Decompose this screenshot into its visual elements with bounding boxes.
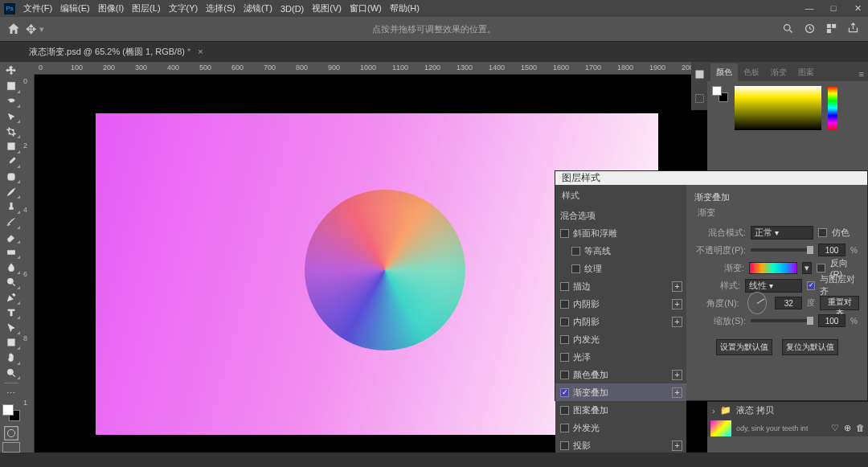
opacity-input[interactable] — [818, 244, 845, 256]
ls-drop-shadow[interactable]: 投影+ — [555, 436, 686, 454]
opacity-slider[interactable] — [751, 248, 813, 252]
marquee-tool[interactable] — [1, 79, 21, 94]
dialog-title[interactable]: 图层样式 — [555, 171, 867, 185]
heal-tool[interactable] — [1, 169, 21, 184]
layer-folder-name[interactable]: 液态 拷贝 — [736, 404, 774, 416]
panel-tab-swatches[interactable]: 色板 — [738, 63, 765, 81]
menu-help[interactable]: 帮助(H) — [390, 2, 420, 14]
ls-blending-options[interactable]: 混合选项 — [555, 207, 686, 224]
heart-icon[interactable]: ♡ — [831, 423, 839, 433]
search-icon[interactable] — [782, 23, 794, 36]
reverse-checkbox[interactable] — [817, 264, 825, 272]
ls-pattern-overlay[interactable]: 图案叠加 — [555, 401, 686, 419]
ls-inner-glow[interactable]: 内发光 — [555, 330, 686, 348]
ruler-vertical[interactable]: 0 2 4 6 8 1 — [22, 75, 35, 453]
panel-menu-icon[interactable]: ≡ — [855, 67, 868, 81]
gradient-dropdown[interactable]: ▾ — [802, 262, 812, 274]
stamp-tool[interactable] — [1, 199, 21, 215]
dock-icon-1[interactable] — [694, 68, 706, 80]
hand-tool[interactable] — [1, 350, 21, 366]
frame-tool[interactable] — [1, 139, 21, 154]
maximize-button[interactable]: □ — [827, 3, 840, 14]
panel-tab-patterns[interactable]: 图案 — [792, 63, 820, 81]
add-icon[interactable]: + — [672, 281, 682, 292]
type-tool[interactable] — [1, 305, 21, 321]
add-icon[interactable]: + — [672, 387, 682, 398]
path-select-tool[interactable] — [1, 320, 21, 335]
move-tool[interactable] — [1, 63, 21, 79]
menu-type[interactable]: 文字(Y) — [169, 2, 199, 14]
move-tool-icon[interactable]: ✥ — [26, 22, 36, 37]
panel-color-swatch[interactable] — [712, 86, 728, 102]
chevron-right-icon[interactable]: › — [712, 406, 715, 416]
add-icon[interactable]: + — [672, 370, 682, 380]
share-icon[interactable] — [847, 22, 862, 36]
menu-3d[interactable]: 3D(D) — [280, 4, 304, 14]
edit-toolbar-button[interactable]: ⋯ — [1, 386, 21, 401]
make-default-button[interactable]: 设置为默认值 — [716, 339, 772, 355]
menu-filter[interactable]: 滤镜(T) — [244, 2, 272, 14]
quick-mask-button[interactable] — [2, 424, 20, 439]
add-icon[interactable]: + — [672, 440, 682, 451]
pen-tool[interactable] — [1, 290, 21, 305]
history-brush-tool[interactable] — [1, 215, 21, 230]
menu-edit[interactable]: 编辑(E) — [60, 2, 90, 14]
document-tab[interactable]: 液态渐变.psd @ 65.2% (椭圆 1, RGB/8) * × — [23, 42, 210, 62]
zoom-tool[interactable] — [1, 366, 21, 381]
ls-texture[interactable]: 纹理 — [555, 260, 686, 277]
ls-inner-shadow-2[interactable]: 内阴影+ — [555, 313, 686, 330]
shape-tool[interactable] — [1, 335, 21, 350]
delete-icon[interactable]: 🗑 — [856, 423, 865, 433]
color-picker-field[interactable] — [735, 86, 821, 130]
scale-input[interactable] — [818, 314, 845, 327]
add-layer-icon[interactable]: ⊕ — [844, 423, 851, 433]
ls-gradient-overlay[interactable]: 渐变叠加+ — [555, 383, 686, 401]
quick-select-tool[interactable] — [1, 109, 21, 124]
folder-icon[interactable]: 📁 — [720, 405, 731, 416]
menu-window[interactable]: 窗口(W) — [350, 2, 382, 14]
layer-thumb[interactable] — [710, 420, 731, 436]
ls-color-overlay[interactable]: 颜色叠加+ — [555, 366, 686, 383]
ls-outer-glow[interactable]: 外发光 — [555, 419, 686, 436]
angle-dial[interactable] — [747, 292, 768, 314]
scale-slider[interactable] — [751, 319, 813, 322]
menu-image[interactable]: 图像(I) — [98, 2, 124, 14]
gradient-preview[interactable] — [749, 262, 797, 274]
menu-layer[interactable]: 图层(L) — [132, 2, 160, 14]
ls-contour[interactable]: 等高线 — [555, 242, 686, 260]
dodge-tool[interactable] — [1, 275, 21, 290]
style-select[interactable]: 线性 ▾ — [745, 279, 802, 293]
eraser-tool[interactable] — [1, 230, 21, 245]
reset-align-button[interactable]: 重置对齐 — [820, 296, 859, 310]
home-icon[interactable] — [6, 22, 21, 36]
ls-inner-shadow-1[interactable]: 内阴影+ — [555, 295, 686, 313]
align-checkbox[interactable] — [807, 281, 815, 290]
ellipse-shape[interactable] — [305, 190, 465, 350]
add-icon[interactable]: + — [672, 299, 682, 309]
tab-close-icon[interactable]: × — [198, 47, 203, 56]
dither-checkbox[interactable] — [818, 228, 827, 237]
panel-tab-gradients[interactable]: 渐变 — [765, 63, 792, 81]
panel-tab-color[interactable]: 颜色 — [710, 63, 738, 81]
ls-satin[interactable]: 光泽 — [555, 348, 686, 366]
arrange-icon[interactable] — [825, 23, 837, 36]
hue-slider[interactable] — [828, 86, 837, 130]
ruler-origin[interactable] — [22, 62, 35, 75]
brush-tool[interactable] — [1, 184, 21, 199]
gradient-tool[interactable] — [1, 244, 21, 260]
reset-default-button[interactable]: 复位为默认值 — [782, 339, 838, 355]
ls-styles-header[interactable]: 样式 — [555, 185, 686, 207]
lasso-tool[interactable] — [1, 94, 21, 109]
add-icon[interactable]: + — [672, 317, 682, 327]
angle-input[interactable] — [775, 297, 802, 309]
blend-mode-select[interactable]: 正常 ▾ — [751, 226, 813, 240]
blur-tool[interactable] — [1, 260, 21, 275]
minimize-button[interactable]: — — [803, 3, 816, 14]
history-icon[interactable] — [804, 23, 816, 36]
ls-bevel[interactable]: 斜面和浮雕 — [555, 224, 686, 242]
close-window-button[interactable]: ✕ — [851, 3, 864, 14]
ls-stroke[interactable]: 描边+ — [555, 277, 686, 295]
dock-icon-2[interactable] — [694, 92, 706, 104]
eyedropper-tool[interactable] — [1, 154, 21, 170]
ruler-horizontal[interactable]: 0 100 200 300 400 500 600 700 800 900 10… — [35, 62, 707, 75]
